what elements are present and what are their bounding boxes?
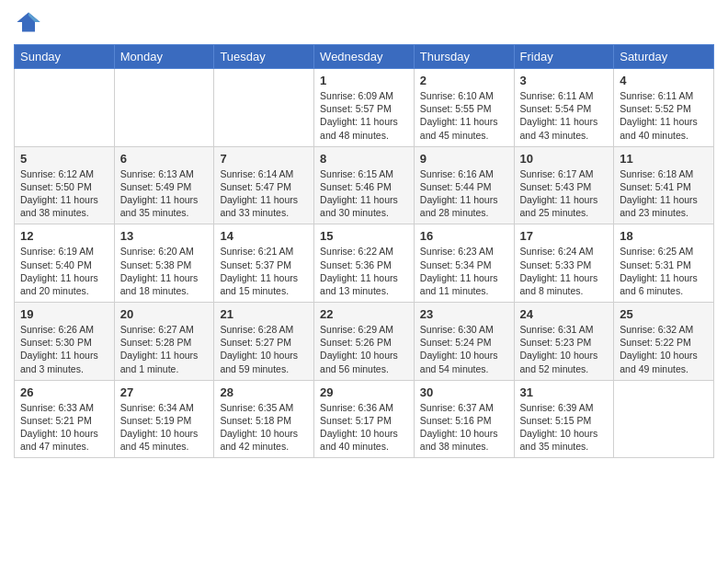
day-number: 17 — [520, 229, 609, 243]
calendar-table: SundayMondayTuesdayWednesdayThursdayFrid… — [14, 44, 714, 458]
day-info: Sunrise: 6:17 AM Sunset: 5:43 PM Dayligh… — [520, 167, 609, 220]
calendar-cell: 20Sunrise: 6:27 AM Sunset: 5:28 PM Dayli… — [114, 303, 214, 381]
calendar-cell — [15, 69, 115, 147]
calendar-cell: 28Sunrise: 6:35 AM Sunset: 5:18 PM Dayli… — [214, 380, 314, 458]
day-info: Sunrise: 6:24 AM Sunset: 5:33 PM Dayligh… — [520, 245, 609, 297]
day-info: Sunrise: 6:28 AM Sunset: 5:27 PM Dayligh… — [220, 323, 308, 375]
day-info: Sunrise: 6:13 AM Sunset: 5:49 PM Dayligh… — [120, 167, 209, 220]
weekday-header-sunday: Sunday — [15, 45, 115, 69]
day-info: Sunrise: 6:27 AM Sunset: 5:28 PM Dayligh… — [120, 323, 209, 375]
calendar-cell: 10Sunrise: 6:17 AM Sunset: 5:43 PM Dayli… — [514, 146, 614, 224]
day-info: Sunrise: 6:29 AM Sunset: 5:26 PM Dayligh… — [320, 323, 408, 375]
day-number: 4 — [620, 74, 708, 87]
day-info: Sunrise: 6:31 AM Sunset: 5:23 PM Dayligh… — [520, 323, 609, 375]
day-info: Sunrise: 6:33 AM Sunset: 5:21 PM Dayligh… — [20, 401, 108, 454]
day-info: Sunrise: 6:11 AM Sunset: 5:54 PM Dayligh… — [520, 89, 609, 142]
calendar-cell: 27Sunrise: 6:34 AM Sunset: 5:19 PM Dayli… — [114, 380, 214, 458]
day-info: Sunrise: 6:15 AM Sunset: 5:46 PM Dayligh… — [320, 167, 408, 220]
day-number: 18 — [620, 229, 708, 243]
day-info: Sunrise: 6:14 AM Sunset: 5:47 PM Dayligh… — [220, 167, 308, 220]
day-info: Sunrise: 6:19 AM Sunset: 5:40 PM Dayligh… — [20, 245, 108, 297]
day-number: 16 — [420, 229, 508, 243]
day-number: 24 — [520, 307, 609, 321]
day-info: Sunrise: 6:34 AM Sunset: 5:19 PM Dayligh… — [120, 401, 209, 454]
day-number: 12 — [20, 229, 108, 243]
day-number: 28 — [220, 385, 308, 399]
day-number: 22 — [320, 307, 408, 321]
weekday-header-saturday: Saturday — [614, 45, 714, 69]
day-number: 7 — [220, 152, 308, 166]
calendar-cell: 9Sunrise: 6:16 AM Sunset: 5:44 PM Daylig… — [414, 146, 514, 224]
weekday-row: SundayMondayTuesdayWednesdayThursdayFrid… — [15, 45, 714, 69]
calendar-cell: 1Sunrise: 6:09 AM Sunset: 5:57 PM Daylig… — [314, 69, 415, 147]
calendar-cell — [114, 69, 214, 147]
calendar-header: SundayMondayTuesdayWednesdayThursdayFrid… — [15, 45, 714, 69]
day-info: Sunrise: 6:39 AM Sunset: 5:15 PM Dayligh… — [520, 401, 609, 454]
calendar-cell: 30Sunrise: 6:37 AM Sunset: 5:16 PM Dayli… — [414, 380, 514, 458]
calendar-cell: 8Sunrise: 6:15 AM Sunset: 5:46 PM Daylig… — [314, 146, 415, 224]
day-number: 11 — [620, 152, 708, 166]
calendar-week-2: 5Sunrise: 6:12 AM Sunset: 5:50 PM Daylig… — [15, 146, 714, 224]
day-number: 1 — [320, 74, 408, 87]
day-number: 20 — [120, 307, 209, 321]
calendar-body: 1Sunrise: 6:09 AM Sunset: 5:57 PM Daylig… — [15, 69, 714, 458]
calendar-cell: 4Sunrise: 6:11 AM Sunset: 5:52 PM Daylig… — [614, 69, 714, 147]
calendar-cell: 5Sunrise: 6:12 AM Sunset: 5:50 PM Daylig… — [15, 146, 115, 224]
day-number: 3 — [520, 74, 609, 87]
day-number: 15 — [320, 229, 408, 243]
day-number: 2 — [420, 74, 508, 87]
calendar-cell: 12Sunrise: 6:19 AM Sunset: 5:40 PM Dayli… — [15, 224, 115, 303]
day-info: Sunrise: 6:23 AM Sunset: 5:34 PM Dayligh… — [420, 245, 508, 297]
calendar-cell: 13Sunrise: 6:20 AM Sunset: 5:38 PM Dayli… — [114, 224, 214, 303]
weekday-header-monday: Monday — [114, 45, 214, 69]
calendar-cell: 14Sunrise: 6:21 AM Sunset: 5:37 PM Dayli… — [214, 224, 314, 303]
day-number: 30 — [420, 385, 508, 399]
calendar-cell: 26Sunrise: 6:33 AM Sunset: 5:21 PM Dayli… — [15, 380, 115, 458]
calendar-cell: 6Sunrise: 6:13 AM Sunset: 5:49 PM Daylig… — [114, 146, 214, 224]
day-info: Sunrise: 6:11 AM Sunset: 5:52 PM Dayligh… — [620, 89, 708, 142]
day-info: Sunrise: 6:09 AM Sunset: 5:57 PM Dayligh… — [320, 89, 408, 142]
day-info: Sunrise: 6:18 AM Sunset: 5:41 PM Dayligh… — [620, 167, 708, 220]
day-info: Sunrise: 6:16 AM Sunset: 5:44 PM Dayligh… — [420, 167, 508, 220]
calendar-cell: 31Sunrise: 6:39 AM Sunset: 5:15 PM Dayli… — [514, 380, 614, 458]
day-info: Sunrise: 6:21 AM Sunset: 5:37 PM Dayligh… — [220, 245, 308, 297]
weekday-header-friday: Friday — [514, 45, 614, 69]
day-info: Sunrise: 6:26 AM Sunset: 5:30 PM Dayligh… — [20, 323, 108, 375]
day-info: Sunrise: 6:25 AM Sunset: 5:31 PM Dayligh… — [620, 245, 708, 297]
day-number: 13 — [120, 229, 209, 243]
day-number: 5 — [20, 152, 108, 166]
calendar-cell: 23Sunrise: 6:30 AM Sunset: 5:24 PM Dayli… — [414, 303, 514, 381]
calendar-cell: 3Sunrise: 6:11 AM Sunset: 5:54 PM Daylig… — [514, 69, 614, 147]
logo — [14, 9, 41, 35]
day-number: 29 — [320, 385, 408, 399]
day-info: Sunrise: 6:20 AM Sunset: 5:38 PM Dayligh… — [120, 245, 209, 297]
calendar-week-5: 26Sunrise: 6:33 AM Sunset: 5:21 PM Dayli… — [15, 380, 714, 458]
calendar-cell — [214, 69, 314, 147]
day-info: Sunrise: 6:37 AM Sunset: 5:16 PM Dayligh… — [420, 401, 508, 454]
day-number: 19 — [20, 307, 108, 321]
calendar-week-3: 12Sunrise: 6:19 AM Sunset: 5:40 PM Dayli… — [15, 224, 714, 303]
day-info: Sunrise: 6:32 AM Sunset: 5:22 PM Dayligh… — [620, 323, 708, 375]
calendar-cell: 17Sunrise: 6:24 AM Sunset: 5:33 PM Dayli… — [514, 224, 614, 303]
day-number: 21 — [220, 307, 308, 321]
weekday-header-wednesday: Wednesday — [314, 45, 415, 69]
weekday-header-tuesday: Tuesday — [214, 45, 314, 69]
logo-icon — [16, 9, 41, 35]
calendar-cell: 19Sunrise: 6:26 AM Sunset: 5:30 PM Dayli… — [15, 303, 115, 381]
day-number: 8 — [320, 152, 408, 166]
day-info: Sunrise: 6:10 AM Sunset: 5:55 PM Dayligh… — [420, 89, 508, 142]
day-info: Sunrise: 6:22 AM Sunset: 5:36 PM Dayligh… — [320, 245, 408, 297]
day-number: 6 — [120, 152, 209, 166]
day-info: Sunrise: 6:36 AM Sunset: 5:17 PM Dayligh… — [320, 401, 408, 454]
day-number: 23 — [420, 307, 508, 321]
day-info: Sunrise: 6:35 AM Sunset: 5:18 PM Dayligh… — [220, 401, 308, 454]
day-number: 25 — [620, 307, 708, 321]
day-info: Sunrise: 6:12 AM Sunset: 5:50 PM Dayligh… — [20, 167, 108, 220]
page: SundayMondayTuesdayWednesdayThursdayFrid… — [0, 0, 728, 563]
calendar-cell: 2Sunrise: 6:10 AM Sunset: 5:55 PM Daylig… — [414, 69, 514, 147]
calendar-cell: 11Sunrise: 6:18 AM Sunset: 5:41 PM Dayli… — [614, 146, 714, 224]
day-number: 26 — [20, 385, 108, 399]
weekday-header-thursday: Thursday — [414, 45, 514, 69]
calendar-cell: 25Sunrise: 6:32 AM Sunset: 5:22 PM Dayli… — [614, 303, 714, 381]
calendar-cell: 18Sunrise: 6:25 AM Sunset: 5:31 PM Dayli… — [614, 224, 714, 303]
